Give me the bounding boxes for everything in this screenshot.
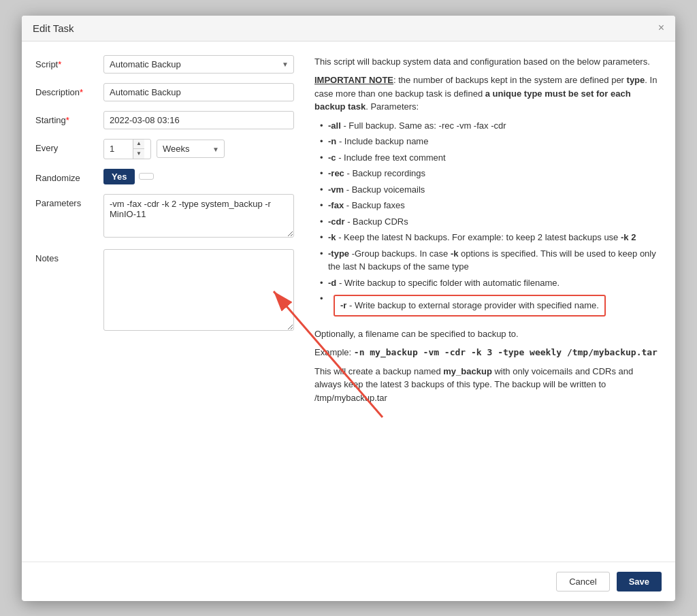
list-item: -type -Group backups. In case -k options… <box>320 247 662 274</box>
starting-row: Starting* <box>35 111 294 129</box>
left-panel: Script* Automatic Backup ▼ Description* <box>35 55 294 555</box>
modal-header: Edit Task × <box>22 16 675 42</box>
every-label: Every <box>35 139 103 153</box>
intro-text: This script will backup system data and … <box>314 55 662 69</box>
optional-text: Optionally, a filename can be specified … <box>314 327 662 341</box>
edit-task-modal: Edit Task × Script* Automatic Backup ▼ <box>22 16 675 601</box>
example-desc: This will create a backup named my_backu… <box>314 365 662 405</box>
script-select-wrap: Automatic Backup ▼ <box>103 55 294 74</box>
list-item: -n - Include backup name <box>320 135 662 148</box>
list-item: -rec - Backup recordings <box>320 167 662 180</box>
important-note-text: IMPORTANT NOTE: the number of backups ke… <box>314 74 662 114</box>
every-unit-select[interactable]: Weeks Days Months <box>157 140 225 158</box>
randomize-no-button[interactable] <box>139 173 154 180</box>
list-item: -cdr - Backup CDRs <box>320 215 662 229</box>
close-button[interactable]: × <box>658 22 664 33</box>
list-item: -vm - Backup voicemails <box>320 183 662 197</box>
parameters-textarea[interactable]: -vm -fax -cdr -k 2 -type system_backup -… <box>103 194 294 238</box>
every-row: Every ▲ ▼ Weeks <box>35 139 294 159</box>
weeks-select-wrap: Weeks Days Months ▼ <box>157 140 225 158</box>
save-button[interactable]: Save <box>617 572 662 591</box>
example-text: Example: -n my_backup -vm -cdr -k 3 -typ… <box>314 346 662 359</box>
modal-title: Edit Task <box>33 22 74 34</box>
list-item: -d - Write backup to specific folder wit… <box>320 276 662 290</box>
modal-footer: Cancel Save <box>22 562 675 601</box>
parameters-control: -vm -fax -cdr -k 2 -type system_backup -… <box>103 194 294 240</box>
notes-label: Notes <box>35 249 103 263</box>
params-list: -all - Full backup. Same as: -rec -vm -f… <box>314 119 662 322</box>
description-control <box>103 83 294 101</box>
notes-row: Notes <box>35 249 294 333</box>
right-panel: This script will backup system data and … <box>314 55 662 555</box>
cancel-button[interactable]: Cancel <box>556 572 609 591</box>
script-select[interactable]: Automatic Backup <box>103 55 294 74</box>
starting-input[interactable] <box>103 111 294 129</box>
starting-label: Starting* <box>35 111 103 125</box>
script-label: Script* <box>35 55 103 69</box>
list-item: -k - Keep the latest N backups. For exam… <box>320 231 662 244</box>
list-item: -r - Write backup to external storage pr… <box>320 292 662 322</box>
starting-control <box>103 111 294 129</box>
notes-control <box>103 249 294 333</box>
every-number-wrap: ▲ ▼ <box>103 139 151 159</box>
list-item: -fax - Backup faxes <box>320 199 662 212</box>
important-label: IMPORTANT NOTE <box>314 75 393 85</box>
number-spinners: ▲ ▼ <box>133 140 144 159</box>
spinner-up[interactable]: ▲ <box>133 140 144 150</box>
script-row: Script* Automatic Backup ▼ <box>35 55 294 74</box>
parameters-label: Parameters <box>35 194 103 208</box>
randomize-yes-button[interactable]: Yes <box>103 169 135 184</box>
notes-textarea[interactable] <box>103 249 294 331</box>
description-label: Description* <box>35 83 103 97</box>
every-number-input[interactable] <box>104 140 133 157</box>
modal-body: Script* Automatic Backup ▼ Description* <box>22 42 675 555</box>
spinner-down[interactable]: ▼ <box>133 149 144 159</box>
randomize-label: Randomize <box>35 169 103 183</box>
randomize-row: Randomize Yes <box>35 169 294 184</box>
randomize-control: Yes <box>103 169 294 184</box>
script-control: Automatic Backup ▼ <box>103 55 294 74</box>
every-control: ▲ ▼ Weeks Days Months ▼ <box>103 139 294 159</box>
description-row: Description* <box>35 83 294 101</box>
list-item: -c - Include free text comment <box>320 151 662 165</box>
parameters-row: Parameters -vm -fax -cdr -k 2 -type syst… <box>35 194 294 240</box>
description-input[interactable] <box>103 83 294 101</box>
r-param-highlight-box: -r - Write backup to external storage pr… <box>334 295 606 317</box>
list-item: -all - Full backup. Same as: -rec -vm -f… <box>320 119 662 133</box>
